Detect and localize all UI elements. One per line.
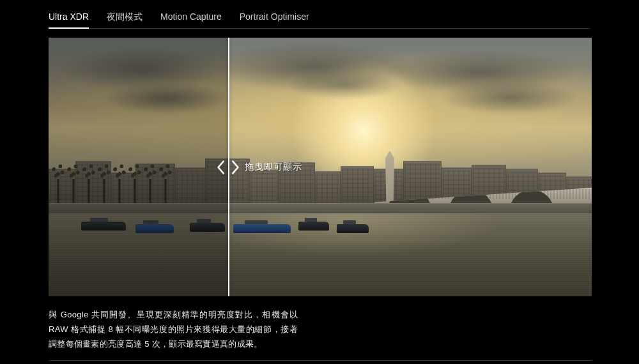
before-overlay <box>49 38 228 296</box>
feature-tabs: Ultra XDR 夜間模式 Motion Capture Portrait O… <box>49 0 590 29</box>
chevron-left-icon <box>216 160 225 175</box>
drag-handle[interactable] <box>216 160 240 175</box>
tab-night-mode[interactable]: 夜間模式 <box>107 11 142 28</box>
section-divider <box>49 360 592 361</box>
feature-description: 與 Google 共同開發。呈現更深刻精準的明亮度對比，相機會以 RAW 格式捕… <box>49 308 298 351</box>
comparison-image: 拖曳即可顯示 <box>49 38 592 296</box>
drag-hint-label: 拖曳即可顯示 <box>245 162 302 173</box>
tab-motion-capture[interactable]: Motion Capture <box>160 11 222 28</box>
tab-portrait-optimiser[interactable]: Portrait Optimiser <box>240 11 309 28</box>
chevron-right-icon <box>231 160 240 175</box>
tab-ultra-xdr[interactable]: Ultra XDR <box>49 11 89 28</box>
